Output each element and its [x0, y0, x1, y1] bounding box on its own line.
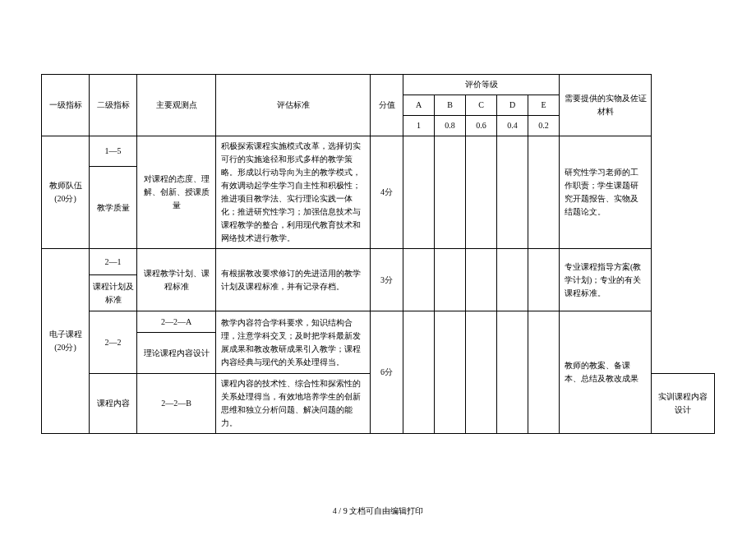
rating-E: [528, 311, 560, 434]
sub-observe-A: 理论课程内容设计: [137, 333, 216, 374]
weight-A: 1: [403, 116, 435, 136]
page-footer: 4 / 9 文档可自由编辑打印: [0, 505, 756, 517]
level2-name: 教学质量: [90, 167, 137, 249]
header-material: 需要提供的实物及佐证材料: [560, 75, 652, 136]
table-row: 教师队伍 (20分) 1—5 对课程的态度、理解、创新、授课质量 积极探索课程实…: [42, 136, 715, 167]
table-row: 2—2 2—2—A 教学内容符合学科要求，知识结构合理，注意学科交叉；及时把学科…: [42, 311, 715, 333]
rating-C: [466, 136, 497, 249]
weight-C: 0.6: [466, 116, 497, 136]
weight-E: 0.2: [528, 116, 560, 136]
rating-A: [403, 136, 435, 249]
rating-E: [528, 249, 560, 311]
grade-B: B: [435, 95, 466, 116]
rating-B: [435, 311, 466, 434]
standard-cell: 有根据教改要求修订的先进适用的教学计划及课程标准，并有记录存档。: [216, 249, 371, 311]
rating-C: [466, 311, 497, 434]
rating-A: [403, 249, 435, 311]
header-standard: 评估标准: [216, 75, 371, 136]
evaluation-table: 一级指标 二级指标 主要观测点 评估标准 分值 评价等级 需要提供的实物及佐证材…: [41, 74, 715, 434]
observe-cell: 课程教学计划、课程标准: [137, 249, 216, 311]
rating-C: [466, 249, 497, 311]
header-level1: 一级指标: [42, 75, 90, 136]
grade-D: D: [497, 95, 528, 116]
grade-C: C: [466, 95, 497, 116]
rating-D: [497, 249, 528, 311]
level2-name-content: 课程内容: [90, 374, 137, 434]
header-row-1: 一级指标 二级指标 主要观测点 评估标准 分值 评价等级 需要提供的实物及佐证材…: [42, 75, 715, 95]
material-cell: 研究性学习老师的工作职责；学生课题研究开题报告、实物及结题论文。: [560, 136, 652, 249]
weight-B: 0.8: [435, 116, 466, 136]
rating-E: [528, 136, 560, 249]
sub-observe-B: 实训课程内容设计: [652, 374, 715, 434]
header-observe: 主要观测点: [137, 75, 216, 136]
score-cell: 4分: [371, 136, 403, 249]
observe-cell: 对课程的态度、理解、创新、授课质量: [137, 136, 216, 249]
header-rating: 评价等级: [403, 75, 560, 95]
level2-name: 课程计划及标准: [90, 275, 137, 311]
sub-code-A: 2—2—A: [137, 311, 216, 333]
rating-A: [403, 311, 435, 434]
sub-code-B: 2—2—B: [137, 374, 216, 434]
level2-code: 2—1: [90, 249, 137, 275]
standard-A: 教学内容符合学科要求，知识结构合理，注意学科交叉；及时把学科最新发展成果和教改教…: [216, 311, 371, 374]
header-score: 分值: [371, 75, 403, 136]
level1-name: 教师队伍: [49, 181, 82, 190]
level1-cell: 教师队伍 (20分): [42, 136, 90, 249]
rating-D: [497, 311, 528, 434]
rating-B: [435, 249, 466, 311]
grade-A: A: [403, 95, 435, 116]
material-cell: 专业课程指导方案(教学计划)；专业的有关课程标准。: [560, 249, 652, 311]
weight-D: 0.4: [497, 116, 528, 136]
material-cell: 教师的教案、备课本、总结及教改成果: [560, 311, 652, 434]
score-cell: 3分: [371, 249, 403, 311]
level2-code: 1—5: [90, 136, 137, 167]
header-level2: 二级指标: [90, 75, 137, 136]
level1-score: (20分): [54, 194, 76, 203]
level1-name: 电子课程: [49, 330, 82, 339]
grade-E: E: [528, 95, 560, 116]
level2-code: 2—2: [90, 311, 137, 374]
standard-B: 课程内容的技术性、综合性和探索性的关系处理得当，有效地培养学生的创新思维和独立分…: [216, 374, 371, 434]
rating-B: [435, 136, 466, 249]
level1-score: (20分): [54, 343, 76, 352]
level1-cell: 电子课程 (20分): [42, 249, 90, 434]
table-row: 电子课程 (20分) 2—1 课程教学计划、课程标准 有根据教改要求修订的先进适…: [42, 249, 715, 275]
score-cell: 6分: [371, 311, 403, 434]
standard-cell: 积极探索课程实施模式改革，选择切实可行的实施途径和形式多样的教学策略。形成以行动…: [216, 136, 371, 249]
rating-D: [497, 136, 528, 249]
